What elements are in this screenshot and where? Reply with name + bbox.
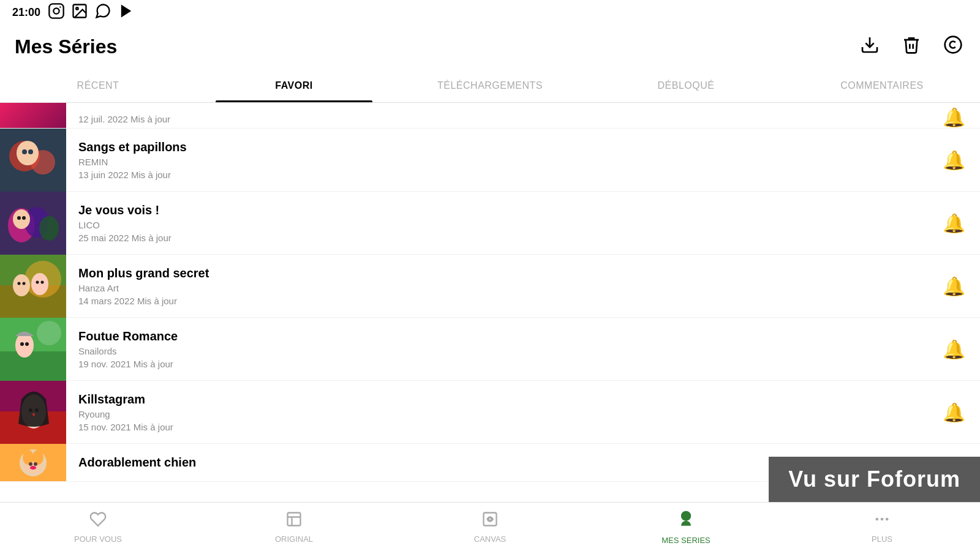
series-author: Snailords — [78, 346, 916, 356]
series-author: Hanza Art — [78, 283, 916, 293]
nav-label-original: ORIGINAL — [275, 534, 313, 544]
series-date: 13 juin 2022 Mis à jour — [78, 170, 916, 180]
series-thumbnail — [0, 129, 66, 192]
play-icon — [118, 2, 135, 23]
list-item[interactable]: Sangs et papillons REMIN 13 juin 2022 Mi… — [0, 129, 980, 192]
bell-icon[interactable]: 🔔 — [928, 149, 980, 171]
svg-point-46 — [32, 450, 43, 465]
svg-point-19 — [17, 216, 21, 220]
watermark-overlay: Vu sur Foforum — [769, 457, 980, 502]
series-author: LICO — [78, 220, 916, 230]
nav-label-canvas: CANVAS — [474, 534, 507, 544]
svg-rect-0 — [49, 4, 63, 18]
bell-icon[interactable]: 🔔 — [928, 212, 980, 234]
tab-telechargements[interactable]: TÉLÉCHARGEMENTS — [392, 69, 588, 102]
bell-icon[interactable]: 🔔 — [928, 276, 980, 297]
list-item[interactable]: Killstagram Ryoung 15 nov. 2021 Mis à jo… — [0, 381, 980, 444]
svg-point-49 — [30, 466, 36, 470]
svg-rect-50 — [288, 512, 301, 525]
series-date: 12 juil. 2022 Mis à jour — [78, 114, 916, 124]
series-info: Mon plus grand secret Hanza Art 14 mars … — [66, 258, 928, 315]
svg-point-45 — [23, 450, 34, 465]
svg-point-13 — [28, 149, 33, 154]
series-date: 15 nov. 2021 Mis à jour — [78, 422, 916, 432]
more-icon — [873, 511, 891, 532]
series-thumbnail — [0, 318, 66, 381]
canvas-icon — [481, 511, 499, 532]
nav-mes-series[interactable]: MES SERIES — [588, 503, 784, 551]
series-author: Ryoung — [78, 409, 916, 419]
series-thumbnail — [0, 255, 66, 318]
series-info: Sangs et papillons REMIN 13 juin 2022 Mi… — [66, 132, 928, 189]
series-date: 14 mars 2022 Mis à jour — [78, 296, 916, 306]
delete-button[interactable] — [899, 32, 924, 61]
series-thumbnail — [0, 192, 66, 255]
svg-point-18 — [13, 209, 30, 229]
svg-point-26 — [18, 282, 21, 285]
series-thumbnail — [0, 444, 66, 482]
bell-icon[interactable]: 🔔 — [928, 107, 980, 128]
list-item[interactable]: Je vous vois ! LICO 25 mai 2022 Mis à jo… — [0, 192, 980, 255]
svg-point-27 — [23, 282, 26, 285]
svg-point-32 — [37, 321, 61, 345]
svg-point-25 — [31, 273, 48, 295]
tab-debloque[interactable]: DÉBLOQUÉ — [588, 69, 784, 102]
series-date: 19 nov. 2021 Mis à jour — [78, 359, 916, 369]
series-list: 12 juil. 2022 Mis à jour 🔔 Sangs et papi… — [0, 103, 980, 502]
status-icons — [48, 2, 135, 23]
series-author: REMIN — [78, 157, 916, 167]
nav-label-pour-vous: POUR VOUS — [74, 534, 122, 544]
svg-point-7 — [945, 36, 962, 53]
list-item[interactable]: Mon plus grand secret Hanza Art 14 mars … — [0, 255, 980, 318]
series-title: Mon plus grand secret — [78, 266, 916, 280]
copyright-button[interactable] — [941, 32, 965, 61]
svg-point-29 — [41, 280, 44, 283]
svg-point-20 — [22, 216, 26, 220]
status-bar: 21:00 — [0, 0, 980, 24]
svg-point-48 — [34, 462, 37, 466]
svg-point-2 — [59, 6, 61, 7]
series-info: 12 juil. 2022 Mis à jour — [66, 105, 928, 128]
nav-plus[interactable]: PLUS — [784, 503, 980, 551]
nav-pour-vous[interactable]: POUR VOUS — [0, 503, 196, 551]
svg-point-52 — [489, 517, 492, 520]
svg-point-57 — [886, 518, 888, 519]
download-button[interactable] — [858, 32, 882, 61]
svg-point-28 — [36, 280, 39, 283]
series-thumbnail — [0, 381, 66, 444]
list-item[interactable]: Foutue Romance Snailords 19 nov. 2021 Mi… — [0, 318, 980, 381]
tab-favori[interactable]: FAVORI — [196, 69, 392, 102]
tab-recent[interactable]: RÉCENT — [0, 69, 196, 102]
svg-point-33 — [15, 333, 34, 358]
nav-label-plus: PLUS — [872, 534, 892, 544]
original-icon — [285, 511, 303, 532]
series-title: Je vous vois ! — [78, 203, 916, 217]
page-title: Mes Séries — [15, 36, 117, 58]
svg-point-56 — [881, 518, 883, 519]
svg-point-55 — [876, 518, 878, 519]
series-title: Sangs et papillons — [78, 140, 916, 154]
series-info: Foutue Romance Snailords 19 nov. 2021 Mi… — [66, 321, 928, 378]
bell-icon[interactable]: 🔔 — [928, 402, 980, 423]
svg-point-41 — [32, 413, 35, 416]
bell-icon[interactable]: 🔔 — [928, 339, 980, 360]
svg-marker-5 — [121, 4, 131, 17]
series-info: Killstagram Ryoung 15 nov. 2021 Mis à jo… — [66, 384, 928, 441]
photos-icon — [71, 2, 88, 23]
header: Mes Séries — [0, 24, 980, 69]
svg-rect-51 — [484, 512, 497, 525]
series-thumbnail — [0, 103, 66, 128]
nav-original[interactable]: ORIGINAL — [196, 503, 392, 551]
svg-point-17 — [39, 216, 59, 241]
svg-point-1 — [53, 8, 59, 13]
bottom-nav: POUR VOUS ORIGINAL CANVAS — [0, 502, 980, 551]
status-time: 21:00 — [12, 6, 40, 19]
svg-point-4 — [76, 7, 78, 10]
svg-point-39 — [29, 408, 32, 412]
tab-commentaires[interactable]: COMMENTAIRES — [784, 69, 980, 102]
svg-point-35 — [25, 342, 29, 346]
list-item[interactable]: 12 juil. 2022 Mis à jour 🔔 — [0, 103, 980, 129]
series-icon — [676, 509, 696, 533]
nav-canvas[interactable]: CANVAS — [392, 503, 588, 551]
heart-icon — [89, 511, 107, 532]
